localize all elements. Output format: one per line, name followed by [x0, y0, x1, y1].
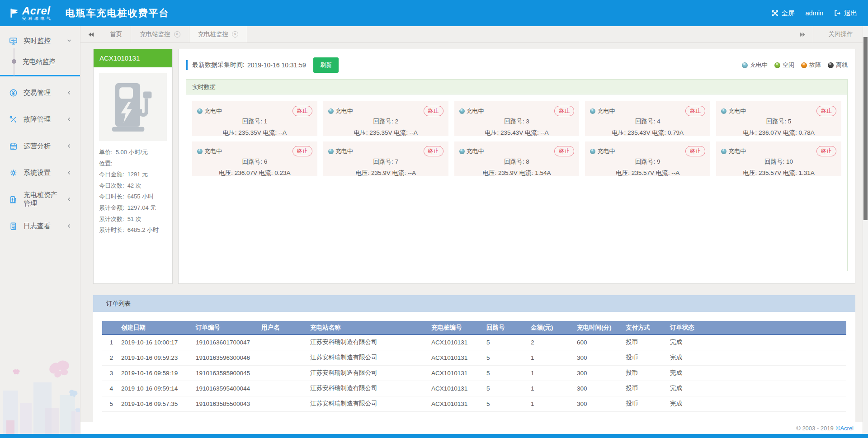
app-window: Acrel 安科瑞电气 电瓶车充电桩收费平台 全屏 admin — [0, 0, 868, 438]
sidebar-item-analysis[interactable]: 运营分析 — [0, 136, 80, 156]
order-number: 1910163595900045 — [194, 365, 259, 381]
stop-button[interactable]: 终止 — [424, 106, 443, 116]
order-created: 2019-10-16 09:59:19 — [119, 365, 194, 381]
sidebar-item-settings[interactable]: 系统设置 — [0, 162, 80, 183]
sidebar-item-faults[interactable]: 故障管理 — [0, 109, 80, 130]
order-number: 1910163596300046 — [194, 350, 259, 365]
order-row[interactable]: 4 2019-10-16 09:59:14 1910163595400044 江… — [102, 381, 846, 396]
tab-station-monitor[interactable]: 充电站监控 × — [131, 26, 189, 42]
order-amount: 1 — [529, 365, 575, 381]
status-label: 充电中 — [597, 107, 615, 115]
order-status: 完成 — [668, 396, 846, 411]
order-row[interactable]: 3 2019-10-16 09:59:19 1910163595900045 江… — [102, 365, 846, 381]
tabs-scroll-left-button[interactable] — [80, 26, 101, 42]
status-label: 充电中 — [335, 107, 353, 115]
vertical-scrollbar[interactable] — [863, 26, 868, 434]
order-station-name: 江苏安科瑞制造有限公司 — [308, 396, 429, 411]
order-status: 完成 — [668, 350, 846, 365]
order-pay-method: 投币 — [624, 350, 668, 365]
sidebar-item-label: 系统设置 — [24, 169, 51, 177]
order-duration: 600 — [575, 334, 624, 350]
logo-subtitle: 安科瑞电气 — [22, 17, 53, 21]
stop-button[interactable]: 终止 — [292, 106, 312, 116]
tab-close-icon[interactable]: × — [232, 31, 238, 38]
stop-button[interactable]: 终止 — [292, 146, 312, 156]
refresh-button[interactable]: 刷新 — [313, 57, 339, 73]
stop-button[interactable]: 终止 — [554, 106, 574, 116]
tab-label: 首页 — [110, 30, 122, 38]
chevron-left-icon — [66, 197, 72, 202]
realtime-data-section: 实时数据 充电中 终止 — [186, 79, 848, 271]
order-status: 完成 — [668, 381, 846, 396]
tab-close-icon[interactable]: × — [174, 31, 180, 38]
stat-label: 累计次数: — [99, 214, 124, 225]
order-station-name: 江苏安科瑞制造有限公司 — [308, 350, 429, 365]
order-row[interactable]: 2 2019-10-16 09:59:23 1910163596300046 江… — [102, 350, 846, 365]
logout-button[interactable]: 退出 — [834, 9, 857, 18]
sidebar-subitem-station-monitor[interactable]: 充电站监控 — [0, 51, 80, 72]
circuit-power: 电压: 235.35V 电流: --A — [328, 129, 443, 137]
acrel-brand-link[interactable]: ©Acrel — [836, 425, 854, 432]
legend-label: 离线 — [836, 61, 848, 69]
order-pile-id: ACX1010131 — [429, 334, 485, 350]
stop-button[interactable]: 终止 — [816, 146, 836, 156]
order-pile-id: ACX1010131 — [429, 381, 485, 396]
stop-button[interactable]: 终止 — [685, 146, 705, 156]
sidebar-item-logs[interactable]: 日志查看 — [0, 216, 80, 236]
status-dot-icon — [801, 62, 807, 68]
order-created: 2019-10-16 10:00:17 — [119, 334, 194, 350]
sidebar-item-label: 充电桩资产管理 — [24, 191, 61, 208]
station-stat-row: 位置: — [99, 158, 167, 170]
sidebar: 实时监控 充电站监控 交易管理 — [0, 26, 80, 434]
sidebar-item-pile-assets[interactable]: 充电桩资产管理 — [0, 189, 80, 210]
charging-status-icon — [590, 108, 595, 114]
stat-value: 51 次 — [127, 214, 142, 225]
user-menu[interactable]: admin — [806, 9, 824, 17]
tabs-scroll-right-button[interactable] — [792, 26, 813, 42]
sidebar-item-realtime-monitor[interactable]: 实时监控 — [0, 30, 80, 51]
station-id: ACX1010131 — [94, 49, 172, 67]
order-circuit: 5 — [485, 396, 529, 411]
order-pay-method: 投币 — [624, 381, 668, 396]
close-operations-button[interactable]: 关闭操作 — [813, 26, 868, 42]
circuit-card: 充电中 终止 回路号: 7 — [323, 141, 448, 176]
sidebar-item-transactions[interactable]: 交易管理 — [0, 82, 80, 103]
scrollbar-thumb[interactable] — [863, 37, 868, 220]
stop-button[interactable]: 终止 — [816, 106, 836, 116]
stop-button[interactable]: 终止 — [424, 146, 443, 156]
accent-bar — [186, 60, 188, 70]
sidebar-item-label: 实时监控 — [24, 37, 51, 45]
stat-label: 单价: — [99, 147, 113, 158]
circuit-card: 充电中 终止 回路号: 9 — [585, 141, 710, 176]
order-pay-method: 投币 — [624, 334, 668, 350]
circuit-card: 充电中 终止 回路号: 4 — [585, 101, 710, 136]
order-number: 1910163601700047 — [194, 334, 259, 350]
status-label: 充电中 — [204, 147, 222, 155]
stop-button[interactable]: 终止 — [554, 146, 574, 156]
circuit-status: 充电中 — [721, 107, 746, 115]
double-chevron-left-icon — [88, 32, 94, 38]
collect-time-label: 最新数据采集时间: — [192, 61, 245, 69]
order-circuit: 5 — [485, 350, 529, 365]
logo-text: Acrel — [22, 5, 53, 16]
butterfly-decoration — [13, 369, 20, 375]
tab-home[interactable]: 首页 — [101, 26, 131, 42]
status-label: 充电中 — [467, 147, 484, 155]
station-stat-row: 累计时长: 6485.2 小时 — [99, 225, 167, 236]
order-circuit: 5 — [485, 381, 529, 396]
stat-value: 42 次 — [127, 180, 142, 192]
circuit-number: 回路号: 5 — [721, 118, 836, 126]
fullscreen-button[interactable]: 全屏 — [772, 9, 795, 18]
circuit-number: 回路号: 2 — [328, 118, 443, 126]
order-row[interactable]: 5 2019-10-16 09:57:35 1910163585500043 江… — [102, 396, 846, 411]
order-pay-method: 投币 — [624, 396, 668, 411]
tab-pile-monitor[interactable]: 充电桩监控 × — [189, 26, 248, 42]
charging-status-icon — [197, 149, 203, 154]
order-row[interactable]: 1 2019-10-16 10:00:17 1910163601700047 江… — [102, 334, 846, 350]
circuit-number: 回路号: 4 — [590, 118, 705, 126]
charging-status-icon — [459, 149, 465, 154]
tab-label: 充电站监控 — [140, 30, 170, 38]
stop-button[interactable]: 终止 — [685, 106, 705, 116]
building-shape — [33, 382, 52, 434]
circuit-card: 充电中 终止 回路号: 8 — [454, 141, 580, 176]
